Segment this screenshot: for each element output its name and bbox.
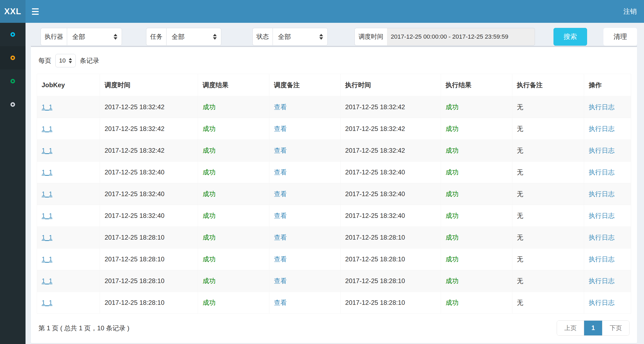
handle-result-cell: 成功 <box>441 205 512 227</box>
sidebar-menu <box>0 23 26 116</box>
executor-filter-value: 全部 <box>72 32 85 41</box>
trigger-msg-link[interactable]: 查看 <box>274 212 287 219</box>
trigger-time-cell: 2017-12-25 18:32:42 <box>100 96 198 118</box>
jobkey-link[interactable]: 1_1 <box>42 255 52 263</box>
status-filter-select[interactable]: 全部 <box>273 28 328 46</box>
job-filter-select[interactable]: 全部 <box>166 28 221 46</box>
jobkey-link[interactable]: 1_1 <box>42 299 52 306</box>
next-page-button[interactable]: 下页 <box>602 321 629 335</box>
hamburger-icon <box>32 8 39 9</box>
select-arrows-icon <box>69 58 72 63</box>
header-handle-time: 执行时间 <box>341 74 441 96</box>
trigger-time-cell: 2017-12-25 18:32:40 <box>100 162 198 183</box>
trigger-time-cell: 2017-12-25 18:32:42 <box>100 118 198 140</box>
pagination: 上页 1 下页 <box>557 320 629 336</box>
table-row: 1_1 2017-12-25 18:32:40 成功 查看 2017-12-25… <box>37 183 631 205</box>
exec-log-link[interactable]: 执行日志 <box>589 147 614 154</box>
trigger-result-cell: 成功 <box>198 205 269 227</box>
sidebar-item[interactable] <box>0 69 26 93</box>
top-navbar: XXL 注销 <box>0 0 644 23</box>
trigger-time-cell: 2017-12-25 18:28:10 <box>100 248 198 270</box>
header-jobkey: JobKey <box>37 74 100 96</box>
exec-log-link[interactable]: 执行日志 <box>589 125 614 132</box>
page-size-prefix-label: 每页 <box>38 56 51 65</box>
trigger-msg-link[interactable]: 查看 <box>274 255 287 263</box>
exec-log-link[interactable]: 执行日志 <box>589 299 614 306</box>
exec-log-link[interactable]: 执行日志 <box>589 190 614 197</box>
exec-log-link[interactable]: 执行日志 <box>589 234 614 241</box>
header-trigger-result: 调度结果 <box>198 74 269 96</box>
log-table-box: 每页 10 条记录 JobKey 调度时间 调度结果 调度备注 执行时间 执行结… <box>31 46 637 343</box>
trigger-time-filter-label: 调度时间 <box>354 28 387 46</box>
handle-result-cell: 成功 <box>441 118 512 140</box>
select-arrows-icon <box>213 34 217 40</box>
handle-result-cell: 成功 <box>441 183 512 205</box>
circle-o-icon <box>10 32 15 37</box>
handle-result-cell: 成功 <box>441 270 512 292</box>
executor-filter-select[interactable]: 全部 <box>67 28 122 46</box>
handle-msg-cell: 无 <box>512 248 584 270</box>
trigger-msg-link[interactable]: 查看 <box>274 147 287 154</box>
jobkey-link[interactable]: 1_1 <box>42 190 52 197</box>
trigger-msg-link[interactable]: 查看 <box>274 125 287 132</box>
header-handle-result: 执行结果 <box>441 74 512 96</box>
trigger-result-cell: 成功 <box>198 248 269 270</box>
trigger-msg-link[interactable]: 查看 <box>274 299 287 306</box>
table-row: 1_1 2017-12-25 18:28:10 成功 查看 2017-12-25… <box>37 227 631 248</box>
sidebar <box>0 23 26 344</box>
logout-button[interactable]: 注销 <box>616 0 644 23</box>
sidebar-item[interactable] <box>0 93 26 116</box>
trigger-time-cell: 2017-12-25 18:32:40 <box>100 183 198 205</box>
clear-button[interactable]: 清理 <box>603 28 637 46</box>
table-row: 1_1 2017-12-25 18:32:40 成功 查看 2017-12-25… <box>37 162 631 183</box>
exec-log-link[interactable]: 执行日志 <box>589 212 614 219</box>
trigger-time-range-input[interactable]: 2017-12-25 00:00:00 - 2017-12-25 23:59:5… <box>387 28 535 46</box>
table-row: 1_1 2017-12-25 18:32:42 成功 查看 2017-12-25… <box>37 140 631 162</box>
jobkey-link[interactable]: 1_1 <box>42 125 52 132</box>
trigger-msg-link[interactable]: 查看 <box>274 277 287 284</box>
trigger-result-cell: 成功 <box>198 140 269 162</box>
executor-filter-label: 执行器 <box>41 28 67 46</box>
header-trigger-msg: 调度备注 <box>269 74 340 96</box>
current-page-button[interactable]: 1 <box>584 321 602 335</box>
trigger-msg-link[interactable]: 查看 <box>274 169 287 176</box>
header-handle-msg: 执行备注 <box>512 74 584 96</box>
trigger-msg-link[interactable]: 查看 <box>274 103 287 111</box>
circle-o-icon <box>10 79 15 83</box>
page-size-row: 每页 10 条记录 <box>37 53 631 74</box>
jobkey-link[interactable]: 1_1 <box>42 277 52 284</box>
handle-time-cell: 2017-12-25 18:28:10 <box>341 248 441 270</box>
search-button[interactable]: 搜索 <box>553 28 587 46</box>
prev-page-button[interactable]: 上页 <box>557 321 584 335</box>
exec-log-link[interactable]: 执行日志 <box>589 103 614 111</box>
trigger-msg-link[interactable]: 查看 <box>274 190 287 197</box>
trigger-time-cell: 2017-12-25 18:28:10 <box>100 227 198 248</box>
table-footer: 第 1 页 ( 总共 1 页，10 条记录 ) 上页 1 下页 <box>37 314 631 343</box>
sidebar-item[interactable] <box>0 23 26 46</box>
jobkey-link[interactable]: 1_1 <box>42 234 52 241</box>
handle-time-cell: 2017-12-25 18:32:42 <box>341 118 441 140</box>
page-size-select[interactable]: 10 <box>55 54 76 67</box>
trigger-msg-link[interactable]: 查看 <box>274 234 287 241</box>
jobkey-link[interactable]: 1_1 <box>42 169 52 176</box>
sidebar-toggle-button[interactable] <box>26 0 45 23</box>
trigger-time-cell: 2017-12-25 18:32:40 <box>100 205 198 227</box>
table-row: 1_1 2017-12-25 18:28:10 成功 查看 2017-12-25… <box>37 292 631 314</box>
handle-msg-cell: 无 <box>512 205 584 227</box>
exec-log-link[interactable]: 执行日志 <box>589 255 614 263</box>
table-row: 1_1 2017-12-25 18:28:10 成功 查看 2017-12-25… <box>37 248 631 270</box>
exec-log-link[interactable]: 执行日志 <box>589 169 614 176</box>
jobkey-link[interactable]: 1_1 <box>42 147 52 154</box>
app-logo[interactable]: XXL <box>0 0 26 23</box>
handle-time-cell: 2017-12-25 18:32:40 <box>341 183 441 205</box>
handle-result-cell: 成功 <box>441 248 512 270</box>
exec-log-link[interactable]: 执行日志 <box>589 277 614 284</box>
handle-msg-cell: 无 <box>512 140 584 162</box>
jobkey-link[interactable]: 1_1 <box>42 103 52 111</box>
handle-msg-cell: 无 <box>512 183 584 205</box>
sidebar-item[interactable] <box>0 46 26 69</box>
handle-msg-cell: 无 <box>512 292 584 314</box>
jobkey-link[interactable]: 1_1 <box>42 212 52 219</box>
handle-msg-cell: 无 <box>512 118 584 140</box>
trigger-result-cell: 成功 <box>198 227 269 248</box>
